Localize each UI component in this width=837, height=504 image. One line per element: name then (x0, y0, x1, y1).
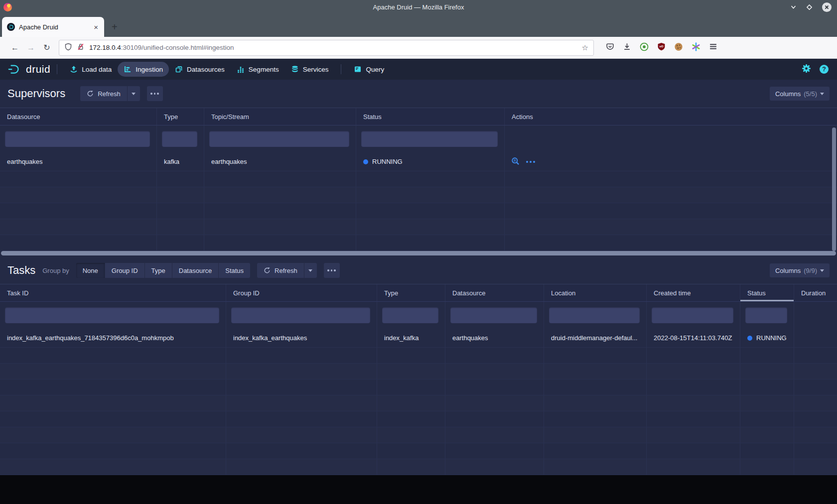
vertical-scrollbar[interactable] (832, 127, 836, 251)
column-header-type[interactable]: Type (157, 108, 204, 125)
tasks-refresh-caret-button[interactable] (304, 263, 317, 278)
back-icon[interactable]: ← (7, 43, 23, 52)
column-header-location[interactable]: Location (544, 284, 647, 301)
help-icon[interactable]: ? (820, 65, 829, 74)
supervisors-refresh-button[interactable]: Refresh (80, 86, 127, 101)
insecure-lock-icon[interactable] (77, 43, 85, 53)
tracking-shield-icon[interactable] (64, 43, 72, 53)
datasources-icon (175, 65, 183, 73)
group-by-group-id-button[interactable]: Group ID (105, 263, 144, 278)
column-header-actions[interactable]: Actions (505, 108, 837, 125)
druid-brand-text: druid (26, 63, 50, 75)
reload-icon[interactable]: ↻ (39, 43, 55, 52)
nav-item-services[interactable]: Services (285, 62, 335, 77)
url-host: 172.18.0.4 (89, 44, 121, 51)
column-header-status[interactable]: Status (356, 108, 505, 125)
forward-icon[interactable]: → (23, 43, 39, 52)
supervisors-table-header: Datasource Type Topic/Stream Status Acti… (0, 108, 837, 126)
tab-close-icon[interactable]: × (93, 23, 99, 31)
type-filter-input[interactable] (162, 131, 197, 147)
tasks-more-button[interactable] (324, 263, 340, 278)
empty-row (0, 203, 837, 219)
supervisors-empty-rows (0, 171, 837, 251)
menu-hamburger-icon[interactable] (709, 42, 717, 53)
druid-logo[interactable]: druid (7, 63, 50, 75)
asterisk-extension-icon[interactable] (692, 42, 700, 53)
download-icon[interactable] (623, 42, 631, 53)
tab-strip: Apache Druid × + (0, 14, 837, 37)
url-text[interactable]: 172.18.0.4:30109/unified-console.html#in… (89, 44, 577, 51)
column-header-task-id[interactable]: Task ID (0, 284, 226, 301)
task-location: druid-middlemanager-defaul... (544, 329, 647, 347)
browser-tab[interactable]: Apache Druid × (2, 17, 104, 37)
pocket-icon[interactable] (606, 42, 614, 53)
group-by-status-button[interactable]: Status (219, 263, 250, 278)
group-id-filter-input[interactable] (231, 307, 370, 323)
supervisor-type: kafka (157, 152, 204, 171)
nav-item-segments[interactable]: Segments (231, 62, 285, 77)
tasks-table-header: Task ID Group ID Type Datasource Locatio… (0, 284, 837, 302)
status-filter-input[interactable] (361, 131, 498, 147)
chevron-down-icon (820, 269, 824, 272)
supervisor-row[interactable]: earthquakes kafka earthquakes RUNNING (0, 152, 837, 171)
column-header-datasource[interactable]: Datasource (0, 108, 157, 125)
column-header-datasource[interactable]: Datasource (445, 284, 544, 301)
task-row[interactable]: index_kafka_earthquakes_7184357396d6c0a_… (0, 329, 837, 348)
task-id-filter-input[interactable] (5, 307, 219, 323)
bookmark-star-icon[interactable]: ☆ (582, 43, 588, 52)
group-by-label: Group by (42, 267, 69, 274)
nav-item-datasources[interactable]: Datasources (169, 62, 231, 77)
ublock-icon[interactable]: uO (657, 42, 666, 53)
tasks-refresh-button[interactable]: Refresh (257, 263, 304, 278)
supervisors-table: Datasource Type Topic/Stream Status Acti… (0, 108, 837, 255)
location-filter-input[interactable] (549, 307, 640, 323)
row-more-actions-icon[interactable] (526, 161, 535, 163)
nav-item-ingestion[interactable]: Ingestion (118, 62, 169, 77)
task-duration (794, 329, 837, 347)
cookie-extension-icon[interactable] (674, 42, 683, 53)
task-id[interactable]: index_kafka_earthquakes_7184357396d6c0a_… (0, 329, 226, 347)
group-by-segmented-control: None Group ID Type Datasource Status (76, 263, 250, 278)
column-header-status-sorted[interactable]: Status (740, 284, 794, 301)
datasource-filter-input[interactable] (450, 307, 537, 323)
group-by-datasource-button[interactable]: Datasource (172, 263, 218, 278)
topic-stream-filter-input[interactable] (209, 131, 349, 147)
refresh-icon (87, 90, 94, 97)
supervisors-more-button[interactable] (147, 86, 163, 101)
window-close-icon[interactable] (822, 2, 832, 12)
query-icon (354, 65, 362, 73)
column-header-type[interactable]: Type (377, 284, 445, 301)
nav-item-load-data[interactable]: Load data (64, 62, 118, 77)
tasks-columns-button[interactable]: Columns (9/9) (770, 263, 830, 277)
task-datasource: earthquakes (445, 329, 544, 347)
supervisors-refresh-caret-button[interactable] (128, 86, 140, 101)
supervisors-header-bar: Supervisors Refresh Columns (5/5) (0, 80, 837, 108)
column-header-duration[interactable]: Duration (794, 284, 837, 301)
type-filter-input[interactable] (382, 307, 438, 323)
extension-green-icon[interactable] (640, 42, 649, 53)
horizontal-scrollbar[interactable] (1, 251, 836, 255)
group-by-type-button[interactable]: Type (145, 263, 172, 278)
window-maximize-icon[interactable] (806, 4, 813, 10)
supervisor-status: RUNNING (356, 152, 505, 171)
url-bar[interactable]: 172.18.0.4:30109/unified-console.html#in… (59, 40, 594, 56)
created-time-filter-input[interactable] (652, 307, 733, 323)
status-filter-input[interactable] (745, 307, 787, 323)
new-tab-button[interactable]: + (112, 21, 118, 33)
chevron-down-icon (132, 93, 136, 95)
column-header-topic-stream[interactable]: Topic/Stream (204, 108, 356, 125)
ingestion-icon (124, 65, 132, 73)
segments-icon (237, 65, 245, 73)
task-group-id: index_kafka_earthquakes (226, 329, 377, 347)
column-header-created-time[interactable]: Created time (647, 284, 740, 301)
datasource-filter-input[interactable] (5, 131, 150, 147)
group-by-none-button[interactable]: None (76, 263, 105, 278)
settings-gear-icon[interactable] (802, 64, 811, 75)
supervisor-datasource[interactable]: earthquakes (0, 152, 157, 171)
supervisors-columns-button[interactable]: Columns (5/5) (770, 87, 830, 101)
column-header-group-id[interactable]: Group ID (226, 284, 377, 301)
inspect-magnifier-icon[interactable] (511, 157, 520, 167)
nav-item-query[interactable]: Query (348, 62, 390, 77)
window-minimize-icon[interactable] (790, 4, 797, 10)
tasks-title: Tasks (7, 264, 35, 277)
